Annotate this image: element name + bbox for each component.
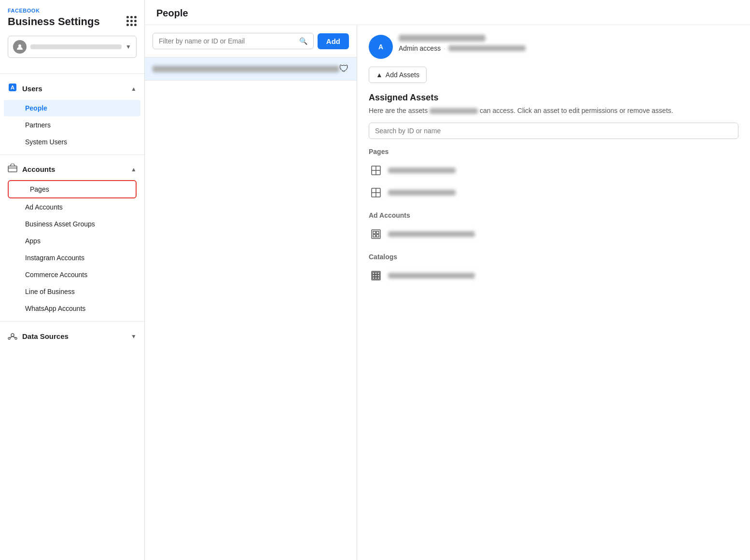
person-name-blur [153,66,339,72]
admin-access-label: Admin access [399,44,441,52]
filter-input-wrap[interactable]: 🔍 [153,33,314,49]
page1-name-blur [388,168,456,173]
desc-prefix: Here are the assets [369,107,428,114]
ad-account-icon-1 [369,227,383,241]
svg-line-8 [10,336,13,338]
sidebar-item-line-of-business[interactable]: Line of Business [4,283,140,300]
page-title: People [156,8,738,25]
sidebar-item-pages[interactable]: Pages [8,180,137,198]
accounts-section-header[interactable]: Accounts ▲ [0,159,144,180]
main-content: People 🔍 Add 🛡 [145,0,750,560]
accounts-icon [8,164,17,175]
details-user-header: A Admin access · [369,35,738,59]
sidebar-item-instagram-accounts[interactable]: Instagram Accounts [4,250,140,266]
people-panel: 🔍 Add 🛡 [145,25,357,560]
sidebar: FACEBOOK Business Settings ▼ A [0,0,145,560]
add-people-button[interactable]: Add [318,33,349,49]
asset-item-page2[interactable] [369,182,738,204]
facebook-brand-label: FACEBOOK Business Settings [8,8,100,34]
assigned-assets-title: Assigned Assets [369,93,738,103]
svg-rect-29 [377,275,379,277]
account-name-blur [30,44,122,49]
svg-rect-25 [375,272,377,274]
sidebar-top-row: FACEBOOK Business Settings [0,0,144,36]
accounts-section-label: Accounts [22,165,55,173]
sidebar-section-users: A Users ▲ People Partners System Users [0,76,144,153]
svg-rect-3 [8,166,17,172]
sidebar-section-data-sources: Data Sources ▼ [0,323,144,349]
user-access-row: Admin access · [399,44,738,52]
accounts-chevron-icon: ▲ [131,166,137,173]
facebook-label: FACEBOOK [8,8,100,14]
people-list: 🛡 [145,57,357,560]
person-row[interactable]: 🛡 [145,57,357,81]
page-icon-1 [369,163,383,178]
users-icon: A [8,83,17,95]
user-name-blur [399,35,486,42]
sidebar-divider-2 [0,154,144,155]
users-section-label: Users [22,84,42,93]
person-shield-icon: 🛡 [339,63,349,74]
sidebar-divider-3 [0,321,144,322]
page2-name-blur [388,190,456,196]
sidebar-item-ad-accounts[interactable]: Ad Accounts [4,199,140,215]
grid-menu-icon[interactable] [126,16,137,26]
svg-rect-20 [376,231,379,234]
svg-text:A: A [378,43,383,51]
data-sources-section-header[interactable]: Data Sources ▼ [0,325,144,347]
assets-category-catalogs-label: Catalogs [369,253,738,261]
svg-rect-26 [377,272,379,274]
page-icon-2 [369,185,383,200]
details-panel: A Admin access · ▲ Add Assets Ass [357,25,750,560]
user-email-blur [448,45,526,51]
data-sources-chevron-icon: ▼ [131,333,137,340]
sidebar-item-partners[interactable]: Partners [4,117,140,133]
search-assets-input[interactable] [375,127,732,135]
user-avatar: A [369,35,393,59]
svg-line-9 [13,336,15,338]
sidebar-item-commerce-accounts[interactable]: Commerce Accounts [4,266,140,283]
svg-rect-30 [373,277,375,279]
svg-text:A: A [11,84,14,90]
user-info: Admin access · [399,35,738,52]
svg-rect-32 [377,277,379,279]
users-section-header[interactable]: A Users ▲ [0,78,144,99]
sidebar-section-accounts: Accounts ▲ Pages Ad Accounts Business As… [0,157,144,319]
sidebar-item-people[interactable]: People [4,100,140,116]
assigned-assets-desc: Here are the assets can access. Click an… [369,106,738,116]
asset-item-cat1[interactable] [369,265,738,287]
sidebar-item-business-asset-groups[interactable]: Business Asset Groups [4,216,140,232]
assets-desc-name-blur [430,108,478,114]
asset-item-ad1[interactable] [369,223,738,245]
svg-rect-19 [373,231,375,234]
svg-rect-28 [375,275,377,277]
svg-rect-27 [373,275,375,277]
main-header: People [145,0,750,25]
account-selector[interactable]: ▼ [8,36,137,58]
data-sources-section-label: Data Sources [22,332,69,340]
filter-row: 🔍 Add [153,33,349,49]
users-chevron-icon: ▲ [131,85,137,92]
svg-point-5 [11,334,14,336]
sidebar-item-whatsapp-accounts[interactable]: WhatsApp Accounts [4,300,140,317]
sidebar-item-apps[interactable]: Apps [4,233,140,249]
split-panel: 🔍 Add 🛡 A [145,25,750,560]
assets-category-pages-label: Pages [369,148,738,155]
sidebar-divider-1 [0,73,144,74]
sidebar-item-system-users[interactable]: System Users [4,134,140,150]
account-chevron-icon: ▼ [125,43,131,50]
add-assets-triangle-icon: ▲ [376,71,383,79]
pages-item-wrapper: Pages [4,180,140,198]
svg-rect-31 [375,277,377,279]
svg-rect-24 [373,272,375,274]
access-separator: · [444,44,445,52]
search-assets-input-wrap[interactable] [369,123,738,139]
assets-category-ad-accounts-label: Ad Accounts [369,211,738,219]
account-avatar [13,40,27,54]
asset-item-page1[interactable] [369,159,738,182]
filter-input[interactable] [159,37,296,45]
ad1-name-blur [388,231,475,237]
add-assets-button[interactable]: ▲ Add Assets [369,67,427,83]
add-assets-label: Add Assets [386,71,419,79]
data-sources-icon [8,330,17,342]
